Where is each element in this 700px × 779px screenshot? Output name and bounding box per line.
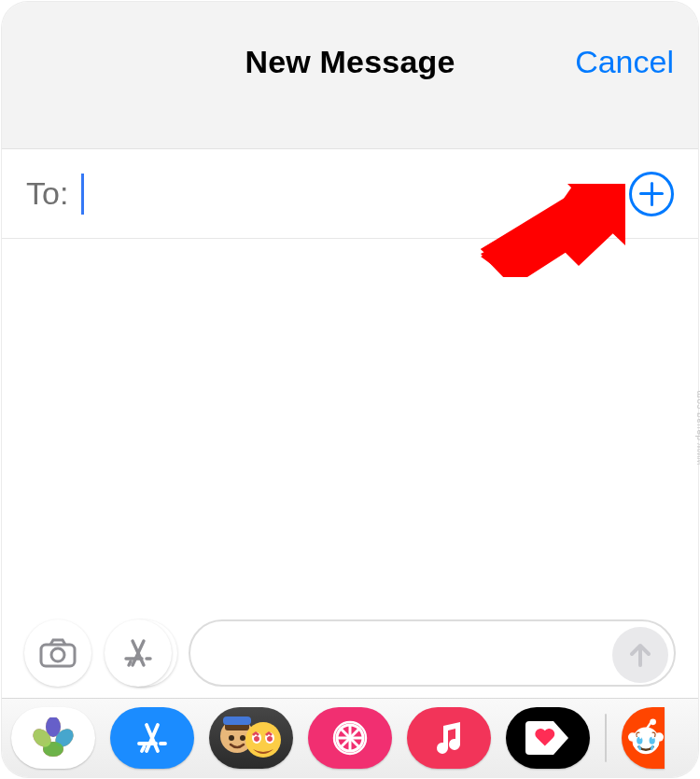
svg-point-35 <box>650 719 656 726</box>
app-reddit[interactable] <box>622 707 665 769</box>
apps-button[interactable] <box>105 619 172 687</box>
app-strip[interactable] <box>2 698 698 777</box>
music-icon <box>432 720 466 756</box>
svg-point-30 <box>655 732 665 742</box>
svg-point-29 <box>628 732 637 742</box>
compose-row <box>2 611 698 695</box>
apps-button-stack[interactable] <box>105 619 175 687</box>
appstore-icon <box>120 635 156 671</box>
to-field-row[interactable]: To: <box>2 149 698 239</box>
svg-point-8 <box>51 648 64 661</box>
message-input[interactable] <box>189 619 676 687</box>
heart-tag-icon <box>525 719 570 757</box>
arrow-up-icon <box>627 641 653 669</box>
send-button[interactable] <box>612 627 668 683</box>
text-cursor <box>81 174 84 215</box>
header-bar: New Message Cancel <box>2 2 698 149</box>
app-fitness[interactable] <box>506 707 590 769</box>
svg-point-36 <box>639 735 641 739</box>
svg-point-20 <box>229 735 234 741</box>
svg-point-37 <box>651 735 653 739</box>
svg-rect-19 <box>223 716 251 725</box>
appstore-app-icon <box>133 719 171 757</box>
digitaltouch-icon <box>331 719 369 757</box>
app-appstore[interactable] <box>110 707 194 769</box>
new-message-window: New Message Cancel To: <box>2 2 698 777</box>
camera-button[interactable] <box>24 619 91 687</box>
strip-divider <box>605 714 607 762</box>
svg-point-21 <box>240 735 245 741</box>
add-contact-button[interactable] <box>629 172 674 216</box>
watermark: www.deuaq.com <box>695 390 701 465</box>
to-label: To: <box>26 175 68 212</box>
app-photos[interactable] <box>11 707 95 769</box>
photos-icon <box>33 717 74 758</box>
reddit-icon <box>627 718 665 758</box>
app-digitaltouch[interactable] <box>308 707 392 769</box>
cancel-button[interactable]: Cancel <box>575 44 674 80</box>
app-memoji[interactable] <box>209 707 293 769</box>
memoji-icon <box>218 712 284 764</box>
camera-icon <box>39 638 77 668</box>
app-music[interactable] <box>407 707 491 769</box>
